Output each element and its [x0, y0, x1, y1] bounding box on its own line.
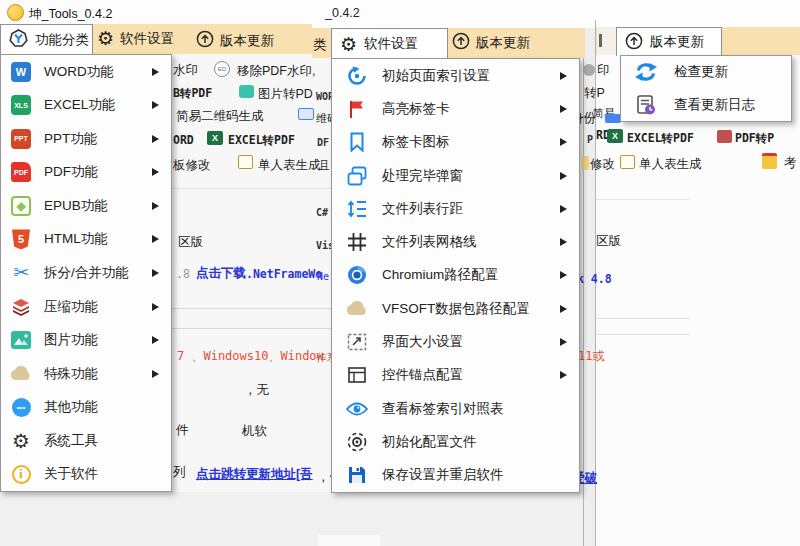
- ui-fragment[interactable]: 移除PDF水印,: [237, 64, 315, 79]
- menu-item-label: 控件锚点配置: [382, 366, 463, 384]
- attendance-toolbar-icon[interactable]: [762, 153, 777, 169]
- submenu-arrow-icon: [560, 138, 567, 146]
- menu-label: 版本更新: [476, 34, 530, 52]
- excel-toolbar-icon[interactable]: X: [207, 131, 223, 145]
- background-white-patch: [318, 535, 380, 546]
- more-icon: •••: [8, 395, 34, 419]
- ui-fragment[interactable]: EXCEL转PDF: [228, 134, 295, 148]
- ui-fragment[interactable]: EXCEL转PDF: [627, 132, 694, 146]
- menu-item-save-and-restart[interactable]: 保存设置并重启软件: [332, 459, 579, 492]
- ui-fragment[interactable]: 修改: [590, 157, 615, 172]
- ui-fragment: Ne: [317, 271, 329, 283]
- document-toolbar-icon[interactable]: [620, 155, 635, 169]
- menu-item-html-functions[interactable]: 5HTML功能: [1, 223, 171, 257]
- menu-item-list-line-spacing[interactable]: 文件列表行距: [332, 192, 579, 225]
- menu-item-split-merge-functions[interactable]: ✂拆分/合并功能: [1, 256, 171, 290]
- ui-fragment[interactable]: 图片转PD: [258, 87, 313, 102]
- ui-fragment[interactable]: .NetFrameWo: [246, 268, 322, 282]
- menu-version-update-w1[interactable]: 版本更新: [196, 30, 274, 51]
- submenu-arrow-icon: [152, 135, 159, 143]
- ui-fragment[interactable]: B转PDF: [173, 87, 212, 101]
- menu-item-init-config-file[interactable]: 初始化配置文件: [332, 425, 579, 458]
- toolbar-icon-sliver[interactable]: [582, 156, 589, 170]
- ui-fragment[interactable]: DF: [317, 137, 329, 149]
- menu-item-check-update[interactable]: 检查更新: [621, 56, 791, 89]
- menu-item-vfsoft-data-path[interactable]: VFSOFT数据包路径配置: [332, 292, 579, 325]
- ui-fragment[interactable]: PDF转P: [735, 132, 774, 146]
- ui-fragment[interactable]: ORD: [173, 134, 194, 148]
- menu-item-word-functions[interactable]: WWORD功能: [1, 55, 171, 89]
- menu-item-about-software[interactable]: i关于软件: [1, 457, 171, 491]
- anchor-icon: [340, 363, 374, 387]
- menu-item-control-anchor[interactable]: 控件锚点配置: [332, 359, 579, 392]
- tab-software-settings[interactable]: ⚙ 软件设置: [331, 28, 448, 59]
- menu-item-epub-functions[interactable]: ◈EPUB功能: [1, 189, 171, 223]
- menu-item-label: 图片功能: [44, 331, 98, 349]
- ui-fragment: P: [587, 134, 593, 146]
- menu-item-image-functions[interactable]: 图片功能: [1, 323, 171, 357]
- ui-fragment[interactable]: 板修改: [173, 158, 211, 173]
- ui-fragment[interactable]: 水印: [173, 63, 198, 78]
- gear-icon: ⚙: [340, 35, 357, 54]
- excel-toolbar-icon[interactable]: X: [607, 129, 623, 143]
- menu-item-chromium-path[interactable]: Chromium路径配置: [332, 259, 579, 292]
- ui-fragment[interactable]: 印: [597, 63, 610, 78]
- ui-fragment: C#: [316, 207, 328, 219]
- menu-item-list-gridlines[interactable]: 文件列表网格线: [332, 226, 579, 259]
- menu-item-special-functions[interactable]: 特殊功能: [1, 357, 171, 391]
- document-toolbar-icon[interactable]: [238, 155, 253, 169]
- divider: [172, 308, 331, 309]
- menu-item-tab-icon-setting[interactable]: 标签卡图标: [332, 126, 579, 159]
- menu-item-label: 标签卡图标: [382, 133, 450, 151]
- ui-fragment[interactable]: 简易二维码生成: [176, 109, 264, 124]
- bookmark-icon: [340, 130, 374, 154]
- menu-item-view-changelog[interactable]: 查看更新日志: [621, 89, 791, 122]
- menu-item-system-tools[interactable]: ⚙系统工具: [1, 424, 171, 458]
- menu-item-pdf-functions[interactable]: PDFPDF功能: [1, 156, 171, 190]
- ui-fragment[interactable]: 点击下载: [196, 266, 246, 281]
- menu-item-ppt-functions[interactable]: PPTPPT功能: [1, 122, 171, 156]
- tab-function-categories[interactable]: 功能分类: [0, 24, 93, 55]
- menu-item-label: 文件列表行距: [382, 200, 463, 218]
- up-circle-icon: [196, 30, 214, 51]
- menu-item-excel-functions[interactable]: XLSEXCEL功能: [1, 89, 171, 123]
- pdf-toolbar-icon[interactable]: [717, 130, 732, 143]
- menu-software-settings-w1[interactable]: ⚙ 软件设置: [97, 29, 174, 48]
- menu-item-initial-page-index[interactable]: 初始页面索引设置: [332, 59, 579, 92]
- submenu-arrow-icon: [560, 205, 567, 213]
- ui-fragment[interactable]: 单人表生成: [639, 157, 702, 172]
- submenu-arrow-icon: [152, 68, 159, 76]
- stamp-toolbar-icon[interactable]: ED: [214, 61, 230, 77]
- menu-item-compress-functions[interactable]: 压缩功能: [1, 290, 171, 324]
- ui-fragment[interactable]: 单人表生成: [258, 158, 321, 173]
- compress-icon: [8, 295, 34, 319]
- html5-icon: 5: [8, 227, 34, 251]
- stamp-toolbar-icon[interactable]: [583, 64, 595, 76]
- image-toolbar-icon[interactable]: [239, 85, 254, 98]
- menu-item-view-tab-index-table[interactable]: 查看标签索引对照表: [332, 392, 579, 425]
- menu-item-done-popup[interactable]: 处理完毕弹窗: [332, 159, 579, 192]
- menu-item-label: 处理完毕弹窗: [382, 167, 463, 185]
- submenu-arrow-icon: [560, 172, 567, 180]
- tab-label: 功能分类: [35, 31, 89, 49]
- menu-item-label: 高亮标签卡: [382, 100, 450, 118]
- divider: [172, 188, 331, 189]
- flag-icon: [340, 97, 374, 121]
- submenu-arrow-icon: [560, 338, 567, 346]
- menu-panel-version-update: 检查更新查看更新日志: [620, 55, 792, 122]
- divider: [172, 328, 331, 329]
- menu-item-ui-size[interactable]: 界面大小设置: [332, 325, 579, 358]
- menu-item-highlight-tab[interactable]: 高亮标签卡: [332, 92, 579, 125]
- idcard-toolbar-icon[interactable]: [298, 108, 314, 120]
- menu-item-other-functions[interactable]: •••其他功能: [1, 390, 171, 424]
- blue-toolbar-icon-fragment[interactable]: [605, 114, 621, 123]
- tab-version-update[interactable]: 版本更新: [616, 27, 722, 56]
- divider: [584, 334, 690, 335]
- app-icon: [7, 4, 24, 21]
- ui-fragment[interactable]: 点击跳转更新地址[吾: [196, 467, 313, 482]
- ui-fragment[interactable]: 转P: [584, 86, 605, 101]
- menu-version-update-w2[interactable]: 版本更新: [452, 32, 530, 53]
- menu-item-label: 系统工具: [44, 432, 98, 450]
- ui-fragment[interactable]: 考: [784, 156, 797, 171]
- divider: [584, 199, 690, 200]
